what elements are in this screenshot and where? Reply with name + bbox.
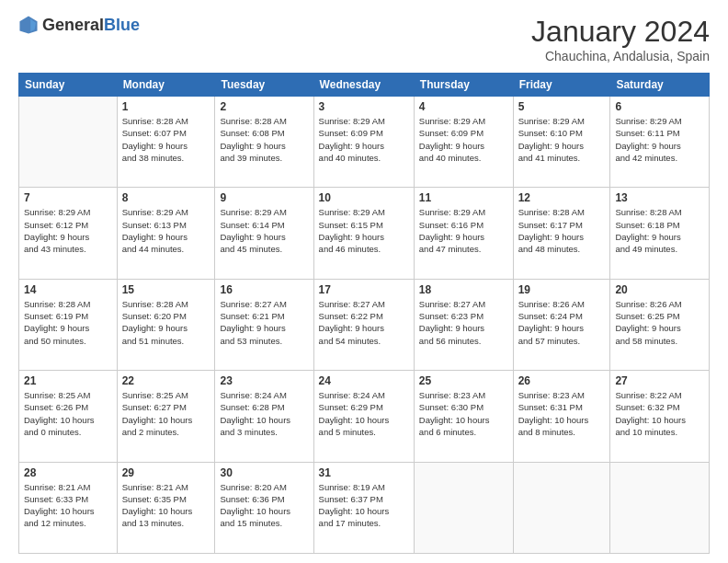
table-row: 4Sunrise: 8:29 AM Sunset: 6:09 PM Daylig…: [414, 97, 513, 188]
col-friday: Friday: [513, 74, 610, 97]
table-row: 7Sunrise: 8:29 AM Sunset: 6:12 PM Daylig…: [19, 188, 118, 279]
col-tuesday: Tuesday: [215, 74, 313, 97]
day-number: 5: [518, 100, 606, 113]
table-row: 24Sunrise: 8:24 AM Sunset: 6:29 PM Dayli…: [313, 371, 414, 462]
day-number: 15: [122, 283, 210, 296]
table-row: 15Sunrise: 8:28 AM Sunset: 6:20 PM Dayli…: [117, 279, 215, 370]
day-info: Sunrise: 8:28 AM Sunset: 6:19 PM Dayligh…: [24, 298, 112, 347]
day-info: Sunrise: 8:29 AM Sunset: 6:12 PM Dayligh…: [24, 206, 112, 255]
table-row: [414, 462, 513, 553]
day-info: Sunrise: 8:25 AM Sunset: 6:26 PM Dayligh…: [24, 389, 112, 438]
day-info: Sunrise: 8:29 AM Sunset: 6:15 PM Dayligh…: [319, 206, 409, 255]
day-info: Sunrise: 8:29 AM Sunset: 6:10 PM Dayligh…: [518, 115, 606, 164]
table-row: 3Sunrise: 8:29 AM Sunset: 6:09 PM Daylig…: [313, 97, 414, 188]
calendar-table: Sunday Monday Tuesday Wednesday Thursday…: [18, 73, 710, 554]
calendar-week-5: 28Sunrise: 8:21 AM Sunset: 6:33 PM Dayli…: [19, 462, 710, 553]
table-row: 18Sunrise: 8:27 AM Sunset: 6:23 PM Dayli…: [414, 279, 513, 370]
day-number: 4: [419, 100, 508, 113]
day-info: Sunrise: 8:29 AM Sunset: 6:09 PM Dayligh…: [319, 115, 409, 164]
day-info: Sunrise: 8:27 AM Sunset: 6:22 PM Dayligh…: [319, 298, 409, 347]
day-number: 17: [319, 283, 409, 296]
day-number: 14: [24, 283, 112, 296]
table-row: 17Sunrise: 8:27 AM Sunset: 6:22 PM Dayli…: [313, 279, 414, 370]
calendar-week-4: 21Sunrise: 8:25 AM Sunset: 6:26 PM Dayli…: [19, 371, 710, 462]
calendar-week-1: 1Sunrise: 8:28 AM Sunset: 6:07 PM Daylig…: [19, 97, 710, 188]
table-row: 26Sunrise: 8:23 AM Sunset: 6:31 PM Dayli…: [513, 371, 610, 462]
table-row: 30Sunrise: 8:20 AM Sunset: 6:36 PM Dayli…: [215, 462, 313, 553]
table-row: 22Sunrise: 8:25 AM Sunset: 6:27 PM Dayli…: [117, 371, 215, 462]
day-info: Sunrise: 8:21 AM Sunset: 6:33 PM Dayligh…: [24, 481, 112, 530]
table-row: 19Sunrise: 8:26 AM Sunset: 6:24 PM Dayli…: [513, 279, 610, 370]
table-row: 5Sunrise: 8:29 AM Sunset: 6:10 PM Daylig…: [513, 97, 610, 188]
day-info: Sunrise: 8:20 AM Sunset: 6:36 PM Dayligh…: [220, 481, 308, 530]
day-info: Sunrise: 8:21 AM Sunset: 6:35 PM Dayligh…: [122, 481, 210, 530]
calendar-header-row: Sunday Monday Tuesday Wednesday Thursday…: [19, 74, 710, 97]
table-row: 21Sunrise: 8:25 AM Sunset: 6:26 PM Dayli…: [19, 371, 118, 462]
day-number: 19: [518, 283, 606, 296]
logo: GeneralBlue: [18, 15, 140, 35]
table-row: 12Sunrise: 8:28 AM Sunset: 6:17 PM Dayli…: [513, 188, 610, 279]
day-info: Sunrise: 8:29 AM Sunset: 6:16 PM Dayligh…: [419, 206, 508, 255]
table-row: 27Sunrise: 8:22 AM Sunset: 6:32 PM Dayli…: [610, 371, 710, 462]
table-row: 29Sunrise: 8:21 AM Sunset: 6:35 PM Dayli…: [117, 462, 215, 553]
table-row: [19, 97, 118, 188]
day-info: Sunrise: 8:29 AM Sunset: 6:09 PM Dayligh…: [419, 115, 508, 164]
table-row: 23Sunrise: 8:24 AM Sunset: 6:28 PM Dayli…: [215, 371, 313, 462]
day-number: 30: [220, 466, 308, 479]
day-info: Sunrise: 8:23 AM Sunset: 6:31 PM Dayligh…: [518, 389, 606, 438]
day-number: 28: [24, 466, 112, 479]
day-info: Sunrise: 8:28 AM Sunset: 6:17 PM Dayligh…: [518, 206, 606, 255]
day-number: 11: [419, 191, 508, 204]
table-row: 11Sunrise: 8:29 AM Sunset: 6:16 PM Dayli…: [414, 188, 513, 279]
day-number: 31: [319, 466, 409, 479]
table-row: 9Sunrise: 8:29 AM Sunset: 6:14 PM Daylig…: [215, 188, 313, 279]
table-row: [610, 462, 710, 553]
day-info: Sunrise: 8:28 AM Sunset: 6:07 PM Dayligh…: [122, 115, 210, 164]
day-number: 23: [220, 374, 308, 387]
header: GeneralBlue January 2024 Chauchina, Anda…: [18, 15, 710, 63]
table-row: [513, 462, 610, 553]
day-info: Sunrise: 8:27 AM Sunset: 6:23 PM Dayligh…: [419, 298, 508, 347]
calendar-week-3: 14Sunrise: 8:28 AM Sunset: 6:19 PM Dayli…: [19, 279, 710, 370]
day-number: 6: [615, 100, 704, 113]
logo-general: General: [42, 16, 104, 34]
day-number: 29: [122, 466, 210, 479]
table-row: 13Sunrise: 8:28 AM Sunset: 6:18 PM Dayli…: [610, 188, 710, 279]
day-info: Sunrise: 8:26 AM Sunset: 6:24 PM Dayligh…: [518, 298, 606, 347]
day-number: 26: [518, 374, 606, 387]
day-number: 12: [518, 191, 606, 204]
day-number: 16: [220, 283, 308, 296]
day-info: Sunrise: 8:26 AM Sunset: 6:25 PM Dayligh…: [615, 298, 704, 347]
table-row: 16Sunrise: 8:27 AM Sunset: 6:21 PM Dayli…: [215, 279, 313, 370]
day-number: 22: [122, 374, 210, 387]
day-info: Sunrise: 8:19 AM Sunset: 6:37 PM Dayligh…: [319, 481, 409, 530]
day-number: 25: [419, 374, 508, 387]
table-row: 2Sunrise: 8:28 AM Sunset: 6:08 PM Daylig…: [215, 97, 313, 188]
day-info: Sunrise: 8:28 AM Sunset: 6:08 PM Dayligh…: [220, 115, 308, 164]
day-info: Sunrise: 8:29 AM Sunset: 6:14 PM Dayligh…: [220, 206, 308, 255]
col-saturday: Saturday: [610, 74, 710, 97]
table-row: 14Sunrise: 8:28 AM Sunset: 6:19 PM Dayli…: [19, 279, 118, 370]
table-row: 20Sunrise: 8:26 AM Sunset: 6:25 PM Dayli…: [610, 279, 710, 370]
table-row: 31Sunrise: 8:19 AM Sunset: 6:37 PM Dayli…: [313, 462, 414, 553]
title-area: January 2024 Chauchina, Andalusia, Spain: [531, 15, 710, 63]
table-row: 10Sunrise: 8:29 AM Sunset: 6:15 PM Dayli…: [313, 188, 414, 279]
day-number: 13: [615, 191, 704, 204]
month-title: January 2024: [531, 15, 710, 49]
table-row: 8Sunrise: 8:29 AM Sunset: 6:13 PM Daylig…: [117, 188, 215, 279]
day-info: Sunrise: 8:25 AM Sunset: 6:27 PM Dayligh…: [122, 389, 210, 438]
day-info: Sunrise: 8:22 AM Sunset: 6:32 PM Dayligh…: [615, 389, 704, 438]
day-number: 3: [319, 100, 409, 113]
location-subtitle: Chauchina, Andalusia, Spain: [531, 49, 710, 63]
day-number: 20: [615, 283, 704, 296]
day-info: Sunrise: 8:24 AM Sunset: 6:28 PM Dayligh…: [220, 389, 308, 438]
logo-blue: Blue: [104, 16, 140, 34]
col-thursday: Thursday: [414, 74, 513, 97]
col-sunday: Sunday: [19, 74, 118, 97]
day-number: 24: [319, 374, 409, 387]
table-row: 28Sunrise: 8:21 AM Sunset: 6:33 PM Dayli…: [19, 462, 118, 553]
day-number: 21: [24, 374, 112, 387]
table-row: 1Sunrise: 8:28 AM Sunset: 6:07 PM Daylig…: [117, 97, 215, 188]
day-number: 9: [220, 191, 308, 204]
day-info: Sunrise: 8:28 AM Sunset: 6:20 PM Dayligh…: [122, 298, 210, 347]
